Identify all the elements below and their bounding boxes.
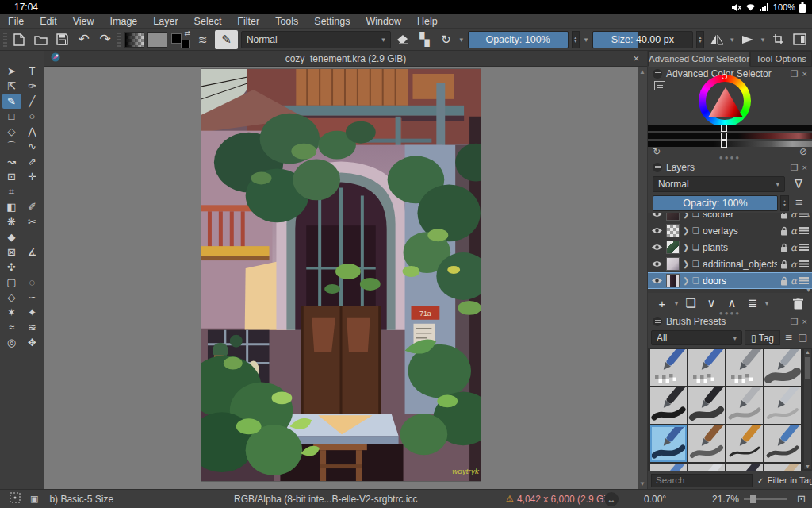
close-icon[interactable]: ×	[802, 317, 807, 326]
brush-preset-marker[interactable]	[688, 387, 725, 424]
reload-preset-button[interactable]: ↻	[437, 31, 455, 48]
layer-row-doors[interactable]: ❯❏doorsα	[648, 272, 812, 289]
alpha-icon[interactable]: α	[791, 242, 797, 253]
polygon-tool[interactable]: ◇	[2, 124, 21, 139]
transform-tool[interactable]: ⊡	[2, 169, 21, 184]
brush-preset-airbrush[interactable]	[764, 349, 801, 386]
layer-options-icon[interactable]: ≣	[791, 197, 807, 209]
menu-edit[interactable]: Edit	[32, 15, 65, 28]
layer-name[interactable]: doors	[703, 275, 777, 287]
menu-image[interactable]: Image	[102, 15, 146, 28]
visibility-icon[interactable]	[651, 276, 663, 285]
layer-thumbnail[interactable]	[666, 213, 680, 221]
layer-thumbnail[interactable]	[666, 224, 680, 237]
pattern-edit-tool[interactable]: ❋	[2, 214, 21, 229]
delete-layer-button[interactable]	[788, 298, 807, 310]
ellipse-select-tool[interactable]: ◌	[23, 275, 42, 290]
brush-preset-eraser-soft[interactable]	[726, 349, 763, 386]
freehand-brush-tool[interactable]: ✎	[2, 94, 21, 109]
zoom-slider[interactable]	[744, 498, 787, 500]
layer-thumbnail[interactable]	[666, 274, 680, 287]
close-icon[interactable]: ×	[802, 69, 807, 79]
layer-name[interactable]: additional_objects	[703, 259, 777, 270]
brush-preset-ink-pen[interactable]	[650, 387, 687, 424]
docker-menu-icon[interactable]	[653, 317, 662, 326]
smart-patch-tool[interactable]: ✂	[23, 214, 42, 229]
visibility-icon[interactable]	[651, 243, 663, 252]
layer-row-scooter[interactable]: ❯❏scooterα	[648, 213, 812, 222]
eraser-mode-button[interactable]	[394, 31, 412, 48]
alpha-icon[interactable]: α	[791, 259, 797, 270]
brush-preset-round-brush[interactable]	[688, 425, 725, 462]
preserve-alpha-button[interactable]: ▚	[416, 31, 434, 48]
multibrush-tool[interactable]: ⇗	[23, 154, 42, 169]
layer-name[interactable]: overlays	[703, 225, 777, 237]
size-spinner[interactable]: ▴▾	[696, 31, 705, 48]
layer-row-overlays[interactable]: ❯❏overlaysα	[648, 222, 812, 239]
undo-button[interactable]: ↶	[75, 31, 93, 48]
toolbar-drag-handle[interactable]	[117, 33, 121, 47]
layer-row-plants[interactable]: ❯❏plantsα	[648, 239, 812, 256]
visibility-icon[interactable]	[651, 226, 663, 235]
current-brush-name[interactable]: b) Basic-5 Size	[49, 494, 113, 505]
tab-tool-options[interactable]: Tool Options	[750, 51, 812, 67]
text-tool[interactable]: T	[23, 64, 42, 79]
opacity-spinner[interactable]: ▴▾	[572, 31, 580, 48]
scroll-up-icon[interactable]: ▲	[639, 68, 645, 75]
canvas-angle-value[interactable]: 0.00°	[644, 494, 666, 505]
brush-preset-eraser[interactable]	[650, 349, 687, 386]
float-docker-icon[interactable]: ❐	[791, 163, 799, 173]
zoom-tool[interactable]: ◎	[2, 335, 21, 350]
menu-select[interactable]: Select	[186, 15, 230, 28]
document-tab-title[interactable]: cozy_tenement.kra (2.9 GiB)	[44, 53, 647, 64]
layer-name[interactable]: plants	[703, 242, 777, 253]
bezier-curve-tool[interactable]: ⌒	[2, 139, 21, 154]
layer-blending-mode-dropdown[interactable]: Normal▾	[653, 176, 785, 192]
menu-layer[interactable]: Layer	[145, 15, 186, 28]
fill-tool[interactable]: ◆	[2, 229, 21, 244]
save-button[interactable]	[53, 31, 71, 48]
expand-icon[interactable]: ❯	[683, 276, 689, 285]
layer-thumbnail[interactable]	[666, 241, 680, 254]
chevron-down-icon[interactable]: ▾	[673, 300, 680, 307]
brush-grid-scrollbar[interactable]: ▲ ▼	[804, 349, 811, 469]
chevron-down-icon[interactable]: ▾	[458, 36, 465, 44]
foreground-background-colors[interactable]: ⇄	[170, 31, 190, 48]
canvas-viewport[interactable]: 71a	[44, 67, 638, 489]
gradient-chooser[interactable]	[124, 32, 144, 48]
color-sampler-tool[interactable]: ✐	[23, 199, 42, 214]
float-docker-icon[interactable]: ❐	[791, 317, 799, 327]
wrap-around-mode-button[interactable]	[769, 31, 787, 48]
magnetic-select-tool[interactable]: ≋	[23, 320, 42, 335]
brush-preset-partial-1[interactable]	[650, 464, 687, 471]
tab-advanced-color-selector[interactable]: Advanced Color Selector	[648, 51, 750, 67]
list-view-icon[interactable]: ≣	[783, 333, 795, 344]
scroll-up-icon[interactable]: ▲	[805, 349, 810, 355]
layer-thumbnail[interactable]	[666, 257, 680, 271]
mirror-vertical-button[interactable]	[738, 31, 756, 48]
canvas-vertical-scrollbar[interactable]: ▲ ▼	[638, 67, 647, 489]
ellipse-tool[interactable]: ○	[23, 109, 42, 124]
redo-button[interactable]: ↷	[96, 31, 114, 48]
brush-preset-partial-4[interactable]	[764, 464, 801, 471]
zoom-level-value[interactable]: 21.7%	[712, 494, 739, 505]
move-layer-up-button[interactable]: ∧	[722, 296, 741, 310]
opacity-slider[interactable]: Opacity: 100%	[468, 31, 569, 48]
alpha-icon[interactable]: α	[791, 213, 797, 220]
zoom-options-button[interactable]: ⊡	[797, 493, 806, 505]
layer-list-scrollbar[interactable]: ▲▼	[805, 213, 812, 293]
brush-search-input[interactable]	[651, 474, 753, 487]
edit-brush-settings-button[interactable]: ✎	[215, 30, 238, 49]
menu-window[interactable]: Window	[358, 15, 409, 28]
float-docker-icon[interactable]: ❐	[791, 69, 799, 79]
line-tool[interactable]: ╱	[23, 94, 42, 109]
polygon-select-tool[interactable]: ◇	[2, 290, 21, 305]
rect-select-tool[interactable]: ▢	[2, 275, 21, 290]
brush-preset-partial-3[interactable]	[726, 464, 763, 471]
show-dockers-button[interactable]	[791, 31, 809, 48]
brush-preset-detail-brush[interactable]	[726, 425, 763, 462]
close-icon[interactable]: ×	[802, 163, 807, 172]
freehand-path-tool[interactable]: ∿	[23, 139, 42, 154]
brush-preset-eraser-round[interactable]	[688, 349, 725, 386]
scroll-down-icon[interactable]: ▼	[805, 464, 810, 469]
